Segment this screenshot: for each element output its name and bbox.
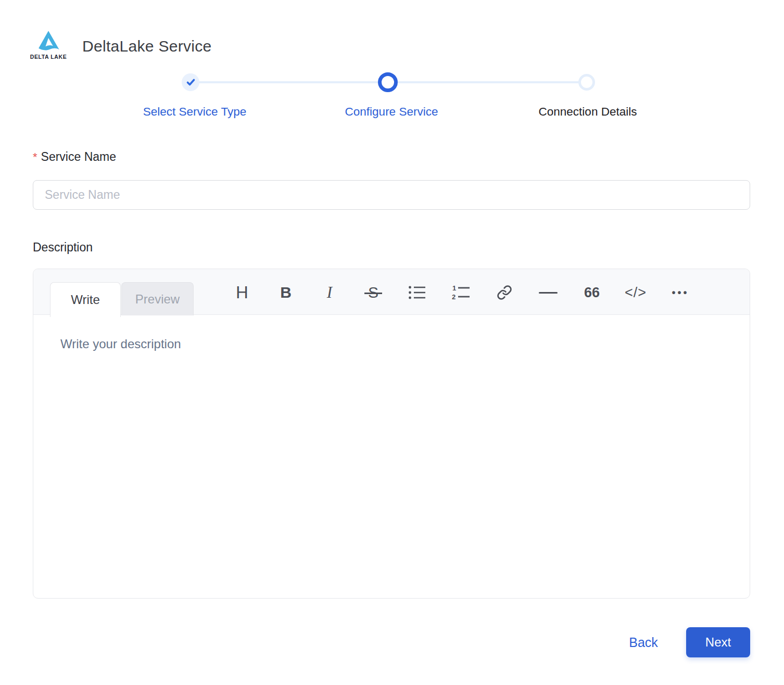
service-name-label: *Service Name	[33, 150, 116, 164]
editor-body	[33, 315, 750, 598]
step-label-connection-details: Connection Details	[539, 105, 637, 119]
required-asterisk: *	[33, 150, 37, 163]
code-button[interactable]: </>	[614, 279, 657, 306]
deltalake-logo: DELTA LAKE	[29, 30, 68, 60]
step-circle-select-service-type	[182, 73, 199, 91]
description-textarea[interactable]	[33, 315, 750, 598]
deltalake-triangle-icon	[36, 30, 60, 53]
quote-button[interactable]: 66	[570, 279, 614, 306]
bold-icon: B	[280, 284, 292, 301]
step-circle-configure-service	[378, 72, 398, 92]
back-button[interactable]: Back	[617, 633, 669, 652]
next-button[interactable]: Next	[686, 627, 750, 657]
ordered-list-icon: 1 2	[451, 284, 470, 301]
editor-toolbar: H B I S	[220, 279, 701, 306]
horizontal-rule-icon	[539, 292, 558, 294]
link-button[interactable]	[483, 279, 526, 306]
svg-text:1: 1	[452, 284, 456, 292]
service-name-label-text: Service Name	[41, 150, 116, 163]
bold-button[interactable]: B	[264, 279, 308, 306]
more-button[interactable]: •••	[657, 279, 701, 306]
more-icon: •••	[669, 287, 689, 299]
ordered-list-button[interactable]: 1 2	[439, 279, 483, 306]
description-editor: Write Preview H B I S	[33, 269, 750, 599]
step-label-configure-service: Configure Service	[345, 105, 438, 119]
unordered-list-icon	[408, 285, 426, 300]
strikethrough-button[interactable]: S	[351, 279, 395, 306]
horizontal-rule-button[interactable]	[526, 279, 570, 306]
heading-icon: H	[236, 283, 248, 302]
strikethrough-icon: S	[368, 284, 378, 301]
step-circle-connection-details	[578, 74, 595, 91]
logo-caption: DELTA LAKE	[29, 54, 68, 60]
editor-header: Write Preview H B I S	[33, 269, 750, 315]
check-icon	[186, 78, 196, 86]
service-name-input[interactable]	[33, 180, 750, 210]
page-title: DeltaLake Service	[82, 37, 212, 55]
link-icon	[497, 285, 512, 300]
unordered-list-button[interactable]	[395, 279, 439, 306]
tab-preview[interactable]: Preview	[121, 282, 194, 315]
quote-icon: 66	[584, 285, 600, 301]
italic-icon: I	[327, 283, 332, 302]
configure-service-page: DELTA LAKE DeltaLake Service Select Serv…	[0, 0, 784, 685]
step-label-select-service-type: Select Service Type	[143, 105, 246, 119]
heading-button[interactable]: H	[220, 279, 264, 306]
code-icon: </>	[625, 285, 647, 301]
description-label: Description	[33, 240, 93, 255]
svg-text:2: 2	[452, 293, 456, 301]
italic-button[interactable]: I	[308, 279, 351, 306]
tab-write[interactable]: Write	[50, 282, 121, 317]
